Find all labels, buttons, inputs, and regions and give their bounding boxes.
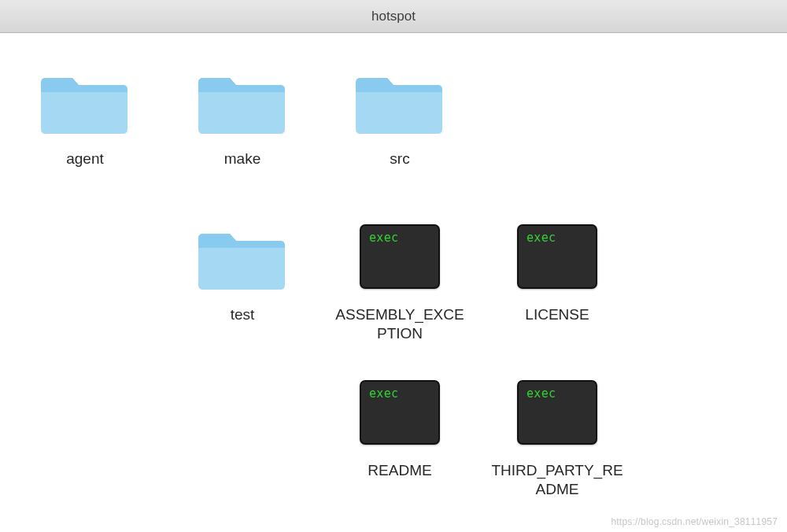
window-title: hotspot [371, 9, 416, 24]
exec-badge: exec [527, 386, 556, 401]
item-label: src [333, 150, 467, 168]
exec-icon: exec [512, 375, 603, 450]
item-label: LICENSE [490, 305, 624, 324]
item-label: ASSEMBLY_EXCEPTION [333, 305, 467, 344]
file-grid: agent make src test exec ASSEMBLY_EXCEPT… [0, 33, 787, 530]
item-label: agent [18, 150, 152, 168]
folder-src[interactable]: src [321, 55, 478, 211]
exec-icon: exec [354, 219, 445, 294]
item-label: README [333, 461, 467, 480]
item-label: make [176, 150, 309, 168]
file-third-party-readme[interactable]: exec THIRD_PARTY_README [478, 367, 636, 523]
exec-icon: exec [354, 375, 445, 450]
exec-badge: exec [369, 386, 398, 401]
file-license[interactable]: exec LICENSE [478, 211, 636, 367]
file-assembly-exception[interactable]: exec ASSEMBLY_EXCEPTION [321, 211, 478, 367]
folder-agent[interactable]: agent [6, 55, 164, 211]
folder-icon [354, 63, 445, 139]
folder-test[interactable]: test [164, 211, 321, 367]
file-readme[interactable]: exec README [321, 367, 478, 523]
window-titlebar[interactable]: hotspot [0, 0, 787, 33]
folder-icon [39, 63, 131, 139]
folder-icon [197, 219, 288, 294]
item-label: test [176, 305, 309, 324]
exec-icon: exec [512, 219, 603, 294]
exec-badge: exec [369, 231, 398, 245]
item-label: THIRD_PARTY_README [490, 461, 624, 500]
folder-make[interactable]: make [164, 55, 321, 211]
exec-badge: exec [527, 231, 556, 245]
folder-icon [197, 63, 288, 139]
